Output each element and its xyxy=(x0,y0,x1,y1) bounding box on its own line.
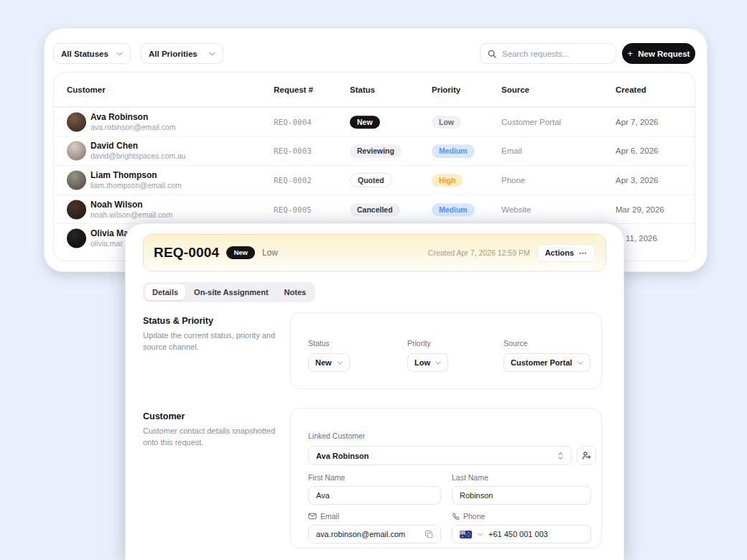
first-name-field[interactable] xyxy=(308,486,441,505)
created-date: Apr 6, 2026 xyxy=(616,146,658,155)
phone-field[interactable] xyxy=(452,525,591,543)
source-text: Phone xyxy=(501,176,525,185)
actions-button[interactable]: Actions ⋯ xyxy=(537,244,595,262)
plus-icon: + xyxy=(628,49,634,58)
customer-name: Liam Thompson xyxy=(91,170,182,181)
chevron-down-icon xyxy=(435,361,441,365)
col-request: Request # xyxy=(274,85,313,94)
search-input[interactable]: Search requests... xyxy=(480,43,616,64)
section-description: Update the current status, priority and … xyxy=(143,330,284,353)
status-field-label: Status xyxy=(308,339,350,347)
chevron-down-icon xyxy=(116,52,123,56)
priority-field-label: Priority xyxy=(407,339,448,347)
customer-name: Olivia Ma xyxy=(91,228,129,239)
status-badge: Quoted xyxy=(350,173,392,188)
priority-filter-label: All Priorities xyxy=(149,50,198,58)
priority-select-value: Low xyxy=(414,358,430,367)
status-badge: Cancelled xyxy=(350,203,400,217)
customer-email: david@brightspaces.com.au xyxy=(91,151,186,162)
email-label-text: Email xyxy=(320,512,339,521)
add-customer-button[interactable] xyxy=(577,446,596,465)
request-number: REQ-0002 xyxy=(274,176,312,185)
col-status: Status xyxy=(350,85,375,94)
priority-filter-dropdown[interactable]: All Priorities xyxy=(141,43,223,64)
priority-badge: Medium xyxy=(432,145,475,159)
linked-customer-value: Ava Robinson xyxy=(316,452,369,460)
col-customer: Customer xyxy=(67,85,106,94)
modal-tabs: Details On-site Assignment Notes xyxy=(143,282,315,302)
actions-label: Actions xyxy=(545,248,574,257)
linked-customer-select[interactable]: Ava Robinson xyxy=(308,446,572,465)
screen: All Statuses All Priorities Search reque… xyxy=(0,0,747,560)
copy-icon[interactable] xyxy=(425,531,433,538)
phone-label: Phone xyxy=(452,512,485,521)
avatar xyxy=(67,112,86,131)
status-section-info: Status & Priority Update the current sta… xyxy=(143,316,284,353)
source-field-label: Source xyxy=(504,339,590,347)
section-title: Customer xyxy=(143,411,284,421)
created-timestamp: Created Apr 7, 2026 12:59 PM xyxy=(428,248,530,257)
status-badge: New xyxy=(226,246,255,259)
status-filter-label: All Statuses xyxy=(61,50,108,58)
source-text: Customer Portal xyxy=(501,118,561,126)
customer-email: olivia.mar xyxy=(91,239,129,249)
priority-badge: High xyxy=(432,174,463,187)
ellipsis-icon: ⋯ xyxy=(579,248,588,258)
customer-name: David Chen xyxy=(91,141,186,151)
tab-notes[interactable]: Notes xyxy=(277,284,314,300)
chevron-down-icon xyxy=(209,52,215,56)
avatar xyxy=(67,170,86,190)
table-row[interactable]: David Chen david@brightspaces.com.au REQ… xyxy=(54,136,695,166)
last-name-label: Last Name xyxy=(452,473,488,482)
priority-text: Low xyxy=(262,248,278,258)
customer-name: Ava Robinson xyxy=(91,111,176,122)
status-badge: Reviewing xyxy=(350,145,402,159)
table-row[interactable]: Ava Robinson ava.robinson@email.com REQ-… xyxy=(54,107,695,136)
status-select[interactable]: New xyxy=(308,353,350,372)
first-name-label: First Name xyxy=(308,473,345,482)
australia-flag-icon[interactable] xyxy=(460,531,472,538)
email-input[interactable] xyxy=(316,530,419,538)
source-text: Website xyxy=(501,205,531,214)
source-select-value: Customer Portal xyxy=(511,358,572,367)
linked-customer-label: Linked Customer xyxy=(308,431,365,440)
table-row[interactable]: Noah Wilson noah.wilson@email.com REQ-00… xyxy=(54,195,695,224)
col-created: Created xyxy=(616,85,646,94)
table-row[interactable]: Liam Thompson liam.thompson@email.com RE… xyxy=(54,165,695,195)
status-badge: New xyxy=(350,116,380,129)
user-plus-icon xyxy=(582,451,591,460)
customer-email: noah.wilson@email.com xyxy=(91,210,172,220)
modal-header: REQ-0004 New Low Created Apr 7, 2026 12:… xyxy=(143,234,606,271)
col-source: Source xyxy=(501,85,529,94)
priority-badge: Low xyxy=(432,116,461,129)
request-number: REQ-0004 xyxy=(274,118,312,126)
last-name-input[interactable] xyxy=(460,491,583,500)
section-description: Customer contact details snapshotted ont… xyxy=(143,426,284,449)
email-field[interactable] xyxy=(308,525,441,543)
col-priority: Priority xyxy=(432,85,460,94)
status-select-value: New xyxy=(315,358,332,367)
phone-icon xyxy=(452,513,460,521)
avatar xyxy=(67,200,86,219)
customer-section-card: Linked Customer Ava Robinson First Name xyxy=(290,408,602,549)
source-select[interactable]: Customer Portal xyxy=(504,353,590,372)
phone-input[interactable] xyxy=(488,530,583,538)
avatar xyxy=(67,229,86,248)
chevron-down-icon xyxy=(577,361,583,365)
chevron-down-icon xyxy=(337,361,343,365)
avatar xyxy=(67,141,86,161)
chevron-down-icon xyxy=(478,533,483,536)
priority-select[interactable]: Low xyxy=(407,353,448,372)
first-name-input[interactable] xyxy=(316,491,433,500)
request-number: REQ-0005 xyxy=(274,205,312,214)
status-filter-dropdown[interactable]: All Statuses xyxy=(53,43,131,64)
new-request-button[interactable]: + New Request xyxy=(622,43,695,64)
tab-details[interactable]: Details xyxy=(145,284,185,300)
chevrons-up-down-icon xyxy=(557,452,564,460)
customer-email: ava.robinson@email.com xyxy=(91,122,176,132)
customer-name: Noah Wilson xyxy=(91,199,172,210)
tab-onsite-assignment[interactable]: On-site Assignment xyxy=(187,284,276,300)
last-name-field[interactable] xyxy=(452,486,591,505)
created-date: Mar 29, 2026 xyxy=(616,205,664,214)
new-request-label: New Request xyxy=(638,50,690,58)
